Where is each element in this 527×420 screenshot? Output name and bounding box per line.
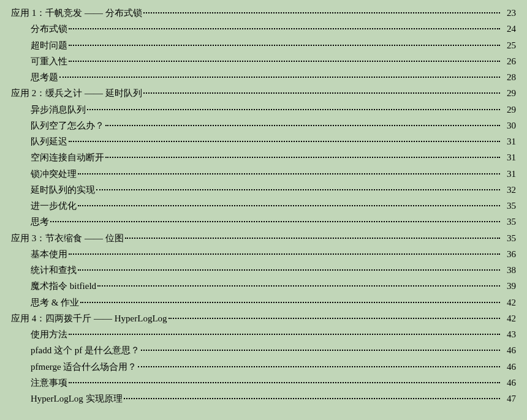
toc-section-entry[interactable]: 应用 3：节衣缩食 —— 位图 35 xyxy=(11,230,516,246)
toc-page: 29 xyxy=(501,85,516,101)
toc-leader xyxy=(141,350,500,351)
toc-title: 使用方法 xyxy=(31,326,67,342)
toc-sub-entry[interactable]: 基本使用 36 xyxy=(11,246,516,262)
toc-title: HyperLogLog 实现原理 xyxy=(31,391,123,407)
toc-sub-entry[interactable]: pfmerge 适合什么场合用？ 46 xyxy=(11,359,516,375)
toc-leader xyxy=(143,92,500,94)
toc-title: 思考 xyxy=(31,214,49,230)
toc-page: 39 xyxy=(501,278,516,294)
toc-sub-entry[interactable]: 锁冲突处理 31 xyxy=(11,166,516,182)
toc-leader xyxy=(78,269,500,271)
toc-title: 思考题 xyxy=(31,69,58,85)
toc-sub-entry[interactable]: 队列空了怎么办？ 30 xyxy=(11,118,516,133)
toc-leader xyxy=(169,318,500,319)
toc-title: 注意事项 xyxy=(31,375,67,391)
toc-leader xyxy=(69,382,500,383)
toc-page: 36 xyxy=(501,246,516,262)
toc-leader xyxy=(59,77,500,78)
toc-title: 统计和查找 xyxy=(31,262,77,278)
toc-title: 空闲连接自动断开 xyxy=(31,149,104,165)
toc-sub-entry[interactable]: 可重入性 26 xyxy=(11,53,516,69)
toc-leader xyxy=(69,28,500,29)
toc-title: 超时问题 xyxy=(31,37,67,53)
toc-title: 基本使用 xyxy=(31,246,67,262)
toc-leader xyxy=(50,221,500,222)
toc-leader xyxy=(87,109,500,110)
toc-page: 31 xyxy=(501,166,516,182)
toc-title: pfmerge 适合什么场合用？ xyxy=(31,359,137,375)
toc-page: 46 xyxy=(501,359,516,375)
toc-page: 43 xyxy=(501,326,516,342)
toc-leader xyxy=(69,141,500,142)
toc-title: 应用 2：缓兵之计 —— 延时队列 xyxy=(11,85,142,101)
toc-page: 42 xyxy=(501,310,516,326)
toc-leader xyxy=(69,45,500,46)
toc-sub-entry[interactable]: 分布式锁 24 xyxy=(11,21,516,37)
toc-title: 应用 1：千帆竞发 —— 分布式锁 xyxy=(11,5,142,21)
toc-leader xyxy=(69,253,500,255)
toc-sub-entry[interactable]: 队列延迟 31 xyxy=(11,133,516,149)
toc-page: 26 xyxy=(501,53,516,69)
toc-leader xyxy=(124,398,500,399)
toc-sub-entry[interactable]: 统计和查找 38 xyxy=(11,262,516,278)
toc-sub-entry[interactable]: 魔术指令 bitfield 39 xyxy=(11,278,516,294)
toc-title: 思考 & 作业 xyxy=(31,294,79,310)
toc-sub-entry[interactable]: 注意事项 46 xyxy=(11,375,516,391)
toc-title: 应用 4：四两拨千斤 —— HyperLogLog xyxy=(11,310,167,326)
toc-page: 24 xyxy=(501,21,516,37)
toc-page: 30 xyxy=(501,118,516,133)
toc-sub-entry[interactable]: HyperLogLog 实现原理 47 xyxy=(11,391,516,407)
toc-sub-entry[interactable]: 思考 35 xyxy=(11,214,516,230)
toc-title: 队列空了怎么办？ xyxy=(31,118,104,133)
toc-page: 31 xyxy=(501,133,516,149)
toc-title: 延时队列的实现 xyxy=(31,182,95,198)
toc-page: 38 xyxy=(501,262,516,278)
toc-sub-entry[interactable]: 异步消息队列 29 xyxy=(11,102,516,118)
toc-leader xyxy=(97,285,500,287)
toc-leader xyxy=(78,173,500,174)
toc-section-entry[interactable]: 应用 1：千帆竞发 —— 分布式锁 23 xyxy=(11,5,516,21)
toc-page: 25 xyxy=(501,37,516,53)
toc-title: 应用 3：节衣缩食 —— 位图 xyxy=(11,230,124,246)
toc-leader xyxy=(138,366,500,367)
toc-sub-entry[interactable]: 空闲连接自动断开 31 xyxy=(11,149,516,165)
toc-leader xyxy=(143,12,500,13)
toc-title: 队列延迟 xyxy=(31,133,67,149)
toc-title: 可重入性 xyxy=(31,53,67,69)
toc-leader xyxy=(105,125,500,126)
toc-sub-entry[interactable]: 使用方法 43 xyxy=(11,326,516,342)
toc-page: 32 xyxy=(501,182,516,198)
toc-page: 28 xyxy=(501,69,516,85)
toc-section-entry[interactable]: 应用 4：四两拨千斤 —— HyperLogLog 42 xyxy=(11,310,516,326)
toc-page: 46 xyxy=(501,375,516,391)
toc-page: 35 xyxy=(501,214,516,230)
toc-title: 进一步优化 xyxy=(31,198,77,214)
toc-sub-entry[interactable]: 超时问题 25 xyxy=(11,37,516,53)
toc-section-entry[interactable]: 应用 2：缓兵之计 —— 延时队列 29 xyxy=(11,85,516,101)
toc-sub-entry[interactable]: 思考 & 作业 42 xyxy=(11,294,516,310)
toc-title: 魔术指令 bitfield xyxy=(31,278,96,294)
toc-sub-entry[interactable]: 思考题 28 xyxy=(11,69,516,85)
toc-leader xyxy=(96,189,500,190)
toc-leader xyxy=(69,334,500,335)
toc-title: pfadd 这个 pf 是什么意思？ xyxy=(31,342,140,358)
toc-leader xyxy=(80,302,500,303)
toc-page: 47 xyxy=(501,391,516,407)
toc-sub-entry[interactable]: pfadd 这个 pf 是什么意思？ 46 xyxy=(11,342,516,358)
toc-sub-entry[interactable]: 进一步优化 35 xyxy=(11,198,516,214)
toc-leader xyxy=(125,238,500,239)
toc-title: 锁冲突处理 xyxy=(31,166,77,182)
toc-page: 29 xyxy=(501,102,516,118)
toc-title: 异步消息队列 xyxy=(31,102,86,118)
toc-leader xyxy=(78,205,500,206)
toc-sub-entry[interactable]: 延时队列的实现 32 xyxy=(11,182,516,198)
toc-page: 31 xyxy=(501,149,516,165)
toc-leader xyxy=(105,157,500,158)
toc-leader xyxy=(69,61,500,62)
toc-page: 23 xyxy=(501,5,516,21)
toc-page: 46 xyxy=(501,342,516,358)
toc-page: 42 xyxy=(501,294,516,310)
toc-page: 35 xyxy=(501,198,516,214)
toc-page: 35 xyxy=(501,230,516,246)
toc-title: 分布式锁 xyxy=(31,21,67,37)
